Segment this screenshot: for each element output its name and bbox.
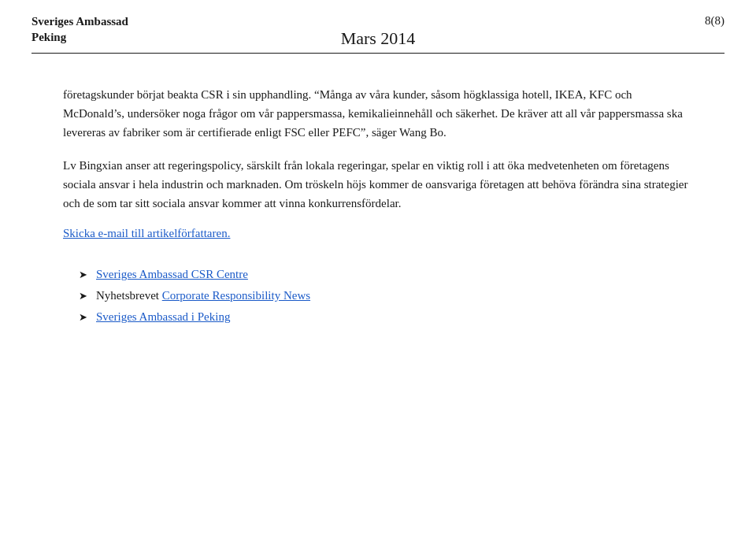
para1-text: företagskunder börjat beakta CSR i sin u…	[63, 88, 311, 101]
header-date: Mars 2014	[341, 28, 416, 48]
header: Sveriges Ambassad Peking Mars 2014 8(8)	[0, 0, 756, 53]
list-item-1: Sveriges Ambassad CSR Centre	[79, 264, 693, 285]
org-subtitle: Peking	[32, 30, 128, 46]
main-content: företagskunder börjat beakta CSR i sin u…	[0, 54, 756, 359]
corp-responsibility-link[interactable]: Corporate Responsibility News	[162, 289, 310, 302]
org-title: Sveriges Ambassad	[32, 14, 128, 30]
list-item-3: Sveriges Ambassad i Peking	[79, 306, 693, 328]
header-center: Mars 2014	[341, 14, 416, 49]
paragraph-3: Lv Bingxian anser att regeringspolicy, s…	[63, 156, 693, 213]
paragraph-1: företagskunder börjat beakta CSR i sin u…	[63, 85, 693, 142]
nyhetsbrevet-text: Nyhetsbrevet	[96, 289, 162, 302]
page-number: 8(8)	[705, 14, 724, 28]
email-link[interactable]: Skicka e-mail till artikelförfattaren.	[63, 227, 230, 240]
header-left: Sveriges Ambassad Peking	[32, 14, 128, 45]
ambassad-peking-link[interactable]: Sveriges Ambassad i Peking	[96, 310, 230, 323]
bullet-list: Sveriges Ambassad CSR Centre Nyhetsbreve…	[63, 264, 693, 328]
page-container: Sveriges Ambassad Peking Mars 2014 8(8) …	[0, 0, 756, 560]
csr-centre-link[interactable]: Sveriges Ambassad CSR Centre	[96, 268, 248, 280]
list-item-2: Nyhetsbrevet Corporate Responsibility Ne…	[79, 285, 693, 306]
